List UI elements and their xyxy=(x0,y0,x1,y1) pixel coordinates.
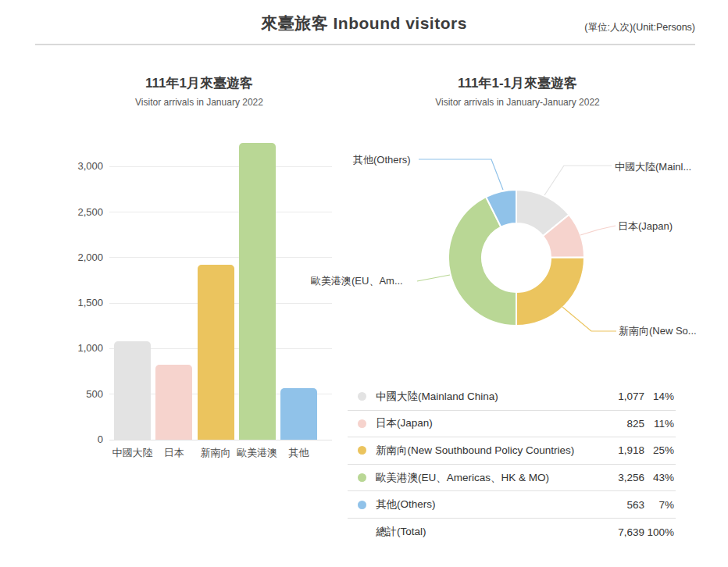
bar-others[interactable] xyxy=(280,388,317,440)
bar-chart-title: 111年1月來臺遊客 xyxy=(35,74,363,92)
donut-slice-new-southbound[interactable] xyxy=(516,257,584,326)
y-axis-tick-label: 1,000 xyxy=(39,341,103,355)
y-axis-tick-label: 2,000 xyxy=(39,251,103,265)
bar-chart-y-axis: 05001,0001,5002,0002,5003,000 xyxy=(39,121,103,440)
row-label: 歐美港澳(EU、Americas、HK & MO) xyxy=(376,471,601,485)
legend-dot xyxy=(358,392,366,401)
donut-chart xyxy=(442,184,591,332)
table-row-total: 總計(Total)7,639100% xyxy=(348,519,676,546)
row-percent: 100% xyxy=(644,526,674,538)
callout-label-eu-americas-hk-mo: 歐美港澳(EU、Am... xyxy=(311,274,403,288)
row-label: 日本(Japan) xyxy=(376,416,601,430)
row-value: 3,256 xyxy=(601,472,644,483)
x-axis-label: 其他 xyxy=(289,446,309,460)
row-value: 7,639 xyxy=(601,526,644,538)
callout-label-others: 其他(Others) xyxy=(353,153,411,167)
table-row-new-southbound[interactable]: 新南向(New Southbound Policy Countries)1,91… xyxy=(348,437,676,465)
legend-dot xyxy=(358,446,366,455)
gridline xyxy=(109,212,332,212)
bar-new-southbound[interactable] xyxy=(198,265,234,440)
row-percent: 14% xyxy=(644,390,674,402)
table-row-japan[interactable]: 日本(Japan)82511% xyxy=(348,411,676,438)
donut-chart-title: 111年1-1月來臺遊客 xyxy=(344,74,691,92)
unit-label: (單位:人次)(Unit:Persons) xyxy=(584,21,695,34)
y-axis-tick-label: 2,500 xyxy=(39,205,103,219)
bar-japan[interactable] xyxy=(155,365,192,440)
inbound-visitors-report: 來臺旅客 Inbound visitors (單位:人次)(Unit:Perso… xyxy=(0,0,728,567)
bar-chart-subtitle: Visitor arrivals in January 2022 xyxy=(35,97,363,108)
row-value: 825 xyxy=(601,418,644,430)
row-value: 1,077 xyxy=(601,390,644,402)
x-axis-label: 歐美港澳 xyxy=(237,446,277,460)
legend-dot xyxy=(358,419,366,428)
y-axis-tick-label: 3,000 xyxy=(39,159,103,173)
legend-dot xyxy=(358,473,366,482)
x-axis-label: 日本 xyxy=(164,446,184,460)
row-label: 總計(Total) xyxy=(376,525,601,539)
legend-dot xyxy=(358,501,366,509)
row-percent: 11% xyxy=(644,418,674,430)
x-axis-label: 新南向 xyxy=(201,446,231,460)
gridline xyxy=(109,257,332,258)
table-row-others[interactable]: 其他(Others)5637% xyxy=(348,491,676,519)
row-label: 中國大陸(Mainland China) xyxy=(376,390,601,404)
row-percent: 25% xyxy=(644,444,674,456)
header-divider xyxy=(35,44,695,45)
summary-table: 中國大陸(Mainland China)1,07714%日本(Japan)825… xyxy=(348,383,676,546)
y-axis-tick-label: 500 xyxy=(39,387,103,401)
row-percent: 7% xyxy=(644,499,674,511)
y-axis-tick-label: 1,500 xyxy=(39,296,103,310)
donut-chart-subtitle: Visitor arrivals in January-January 2022 xyxy=(344,97,691,108)
table-row-mainland-china[interactable]: 中國大陸(Mainland China)1,07714% xyxy=(348,383,676,411)
gridline xyxy=(109,166,332,167)
callout-label-japan: 日本(Japan) xyxy=(618,219,673,234)
row-label: 新南向(New Southbound Policy Countries) xyxy=(376,444,601,458)
y-axis-tick-label: 0 xyxy=(39,433,103,447)
bar-eu-americas-hk-mo[interactable] xyxy=(239,143,276,440)
callout-label-new-southbound: 新南向(New So... xyxy=(619,324,697,338)
row-percent: 43% xyxy=(644,472,674,483)
row-value: 1,918 xyxy=(601,444,644,456)
table-row-eu-americas-hk-mo[interactable]: 歐美港澳(EU、Americas、HK & MO)3,25643% xyxy=(348,465,676,492)
bar-chart-x-axis: 中國大陸日本新南向歐美港澳其他 xyxy=(109,446,332,462)
row-value: 563 xyxy=(601,499,644,511)
bar-mainland-china[interactable] xyxy=(114,341,151,440)
x-axis-label: 中國大陸 xyxy=(112,446,153,460)
callout-label-mainland-china: 中國大陸(Mainl... xyxy=(615,160,691,174)
row-label: 其他(Others) xyxy=(376,497,601,512)
bar-chart-plot xyxy=(109,121,332,440)
